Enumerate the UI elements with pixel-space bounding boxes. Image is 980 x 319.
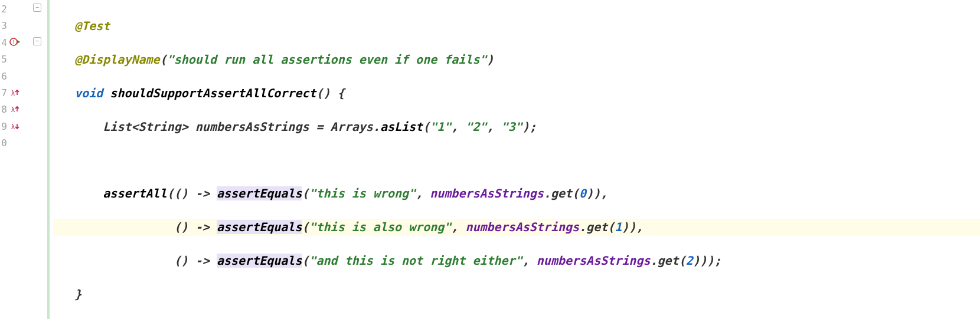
svg-text:λ: λ [11,89,15,97]
fold-toggle-icon[interactable]: − [33,4,41,12]
svg-text:!: ! [13,39,15,45]
annotation-test: @Test [74,19,110,33]
run-error-icon[interactable]: ! [9,37,26,48]
fold-toggle-icon[interactable]: − [33,37,41,45]
annotation-displayname: @DisplayName [74,52,160,67]
gutter-icons: ! λ λ λ [7,0,28,319]
svg-text:λ: λ [11,123,15,131]
lambda-up-icon[interactable]: λ [9,87,26,99]
lambda-up-icon[interactable]: λ [9,104,26,116]
vcs-change-marker [47,0,50,319]
lambda-down-icon[interactable]: λ [9,121,26,133]
code-area[interactable]: @Test @DisplayName("should run all asser… [53,0,980,319]
line-number-gutter: 234567890 [0,0,7,319]
code-editor[interactable]: 234567890 ! λ λ λ − − @Test @DisplayName… [0,0,980,319]
svg-text:λ: λ [11,106,15,114]
fold-gutter: − − [28,0,47,319]
